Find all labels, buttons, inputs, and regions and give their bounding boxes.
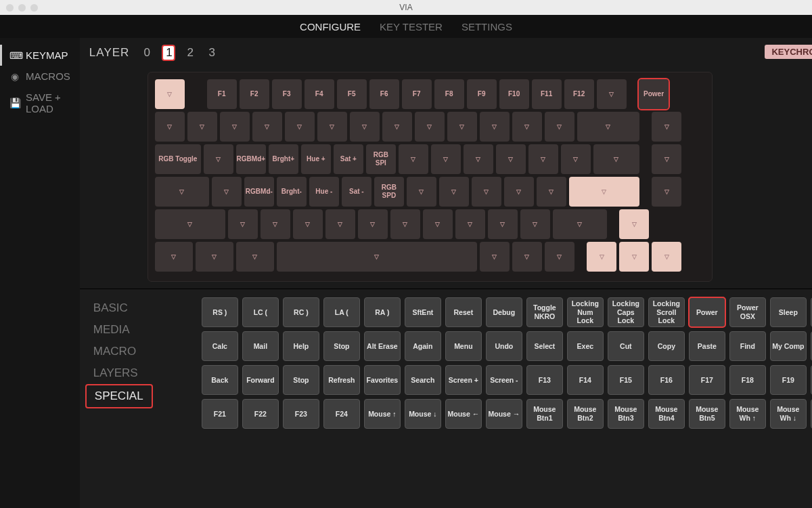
key-brightness-minus[interactable]: Brght-: [277, 177, 307, 207]
key-f11[interactable]: F11: [532, 79, 562, 109]
palette-key[interactable]: Again: [405, 331, 441, 361]
keycap[interactable]: [504, 177, 534, 207]
keycap[interactable]: [358, 209, 388, 239]
keycap[interactable]: [399, 144, 428, 174]
palette-key[interactable]: F24: [323, 399, 360, 429]
palette-key[interactable]: LA (: [323, 297, 360, 327]
key-hue-minus[interactable]: Hue -: [309, 177, 339, 207]
keycap[interactable]: [480, 242, 510, 272]
keycap[interactable]: [561, 144, 591, 174]
palette-key[interactable]: LC (: [242, 297, 279, 327]
palette-key[interactable]: Power: [689, 297, 725, 327]
keycap[interactable]: [488, 209, 518, 239]
palette-key[interactable]: Mail: [242, 331, 279, 361]
palette-key[interactable]: Copy: [648, 331, 685, 361]
palette-key[interactable]: Reset: [445, 297, 482, 327]
key-rgb-spd[interactable]: RGB SPD: [374, 177, 404, 207]
keycap[interactable]: [593, 144, 639, 174]
key-f3[interactable]: F3: [272, 79, 302, 109]
palette-key[interactable]: Mouse ←: [445, 399, 482, 429]
layer-2[interactable]: 2: [183, 46, 197, 60]
key-escape[interactable]: [155, 79, 185, 109]
category-layers[interactable]: LAYERS: [85, 362, 189, 384]
palette-key[interactable]: Screen +: [445, 365, 482, 395]
palette-key[interactable]: Stop: [323, 331, 360, 361]
layer-1[interactable]: 1: [162, 45, 175, 61]
palette-key[interactable]: F15: [608, 365, 644, 395]
key-arrow-right[interactable]: [652, 242, 681, 272]
layer-3[interactable]: 3: [205, 46, 219, 60]
palette-key[interactable]: My Comp: [770, 331, 807, 361]
palette-key[interactable]: RA ): [364, 297, 401, 327]
keycap[interactable]: [252, 112, 282, 142]
keycap[interactable]: [317, 112, 347, 142]
keycap[interactable]: [423, 209, 453, 239]
palette-key[interactable]: Debug: [486, 297, 522, 327]
keycap[interactable]: [293, 209, 323, 239]
palette-key[interactable]: F21: [202, 399, 238, 429]
key-f1[interactable]: F1: [207, 79, 237, 109]
key-f5[interactable]: F5: [337, 79, 367, 109]
key-rgb-mode-plus[interactable]: RGBMd+: [236, 144, 266, 174]
palette-key[interactable]: Mouse Wh ↑: [729, 399, 766, 429]
keycap[interactable]: [545, 112, 574, 142]
palette-key[interactable]: Back: [202, 365, 238, 395]
keycap[interactable]: [155, 177, 209, 207]
palette-key[interactable]: F17: [689, 365, 725, 395]
palette-key[interactable]: Alt Erase: [364, 331, 401, 361]
palette-key[interactable]: Mouse Btn1: [526, 399, 563, 429]
keycap[interactable]: [439, 177, 469, 207]
palette-key[interactable]: Mouse Btn3: [608, 399, 644, 429]
palette-key[interactable]: Toggle NKRO: [526, 297, 563, 327]
palette-key[interactable]: F13: [526, 365, 563, 395]
keycap[interactable]: [196, 242, 233, 272]
key-power[interactable]: Power: [639, 79, 669, 109]
keycap[interactable]: [285, 112, 315, 142]
key-sat-plus[interactable]: Sat +: [334, 144, 363, 174]
keycap[interactable]: [155, 209, 225, 239]
key-f7[interactable]: F7: [402, 79, 432, 109]
key-f12[interactable]: F12: [564, 79, 594, 109]
keycap[interactable]: [382, 112, 412, 142]
key-f8[interactable]: F8: [434, 79, 464, 109]
palette-key[interactable]: Mouse Btn2: [567, 399, 604, 429]
palette-key[interactable]: Select: [526, 331, 563, 361]
keycap[interactable]: [652, 177, 681, 207]
key-rgb-mode-minus[interactable]: RGBMd-: [244, 177, 274, 207]
keycap[interactable]: [512, 112, 542, 142]
keycap[interactable]: [220, 112, 250, 142]
palette-key[interactable]: Locking Caps Lock: [608, 297, 644, 327]
palette-key[interactable]: F23: [283, 399, 319, 429]
palette-key[interactable]: Locking Num Lock: [567, 297, 604, 327]
palette-key[interactable]: Favorites: [364, 365, 401, 395]
keycap[interactable]: [228, 209, 258, 239]
palette-key[interactable]: Mouse Wh ↓: [770, 399, 807, 429]
palette-key[interactable]: F16: [648, 365, 685, 395]
keycap[interactable]: [212, 177, 242, 207]
sidebar-item-keymap[interactable]: ⌨ KEYMAP: [0, 45, 80, 66]
key-arrow-up[interactable]: [619, 209, 649, 239]
keycap[interactable]: [236, 242, 274, 272]
category-macro[interactable]: MACRO: [85, 341, 189, 362]
keycap[interactable]: [545, 242, 574, 272]
keycap[interactable]: [431, 144, 461, 174]
key-arrow-down[interactable]: [619, 242, 649, 272]
palette-key[interactable]: Menu: [445, 331, 482, 361]
keycap[interactable]: [553, 209, 607, 239]
tab-key-tester[interactable]: KEY TESTER: [380, 21, 443, 33]
key-sat-minus[interactable]: Sat -: [342, 177, 371, 207]
palette-key[interactable]: RS ): [202, 297, 238, 327]
keycap[interactable]: [496, 144, 526, 174]
palette-key[interactable]: F14: [567, 365, 604, 395]
keycap[interactable]: [472, 177, 501, 207]
keycap[interactable]: [187, 112, 217, 142]
tab-configure[interactable]: CONFIGURE: [300, 21, 361, 33]
keycap[interactable]: [577, 112, 639, 142]
sidebar-item-macros[interactable]: ◉ MACROS: [0, 66, 80, 87]
key-rgb-spi[interactable]: RGB SPI: [366, 144, 396, 174]
category-media[interactable]: MEDIA: [85, 319, 189, 341]
keycap[interactable]: [652, 112, 681, 142]
keycap[interactable]: [204, 144, 233, 174]
keycap[interactable]: [277, 242, 477, 272]
palette-key[interactable]: Locking Scroll Lock: [648, 297, 685, 327]
